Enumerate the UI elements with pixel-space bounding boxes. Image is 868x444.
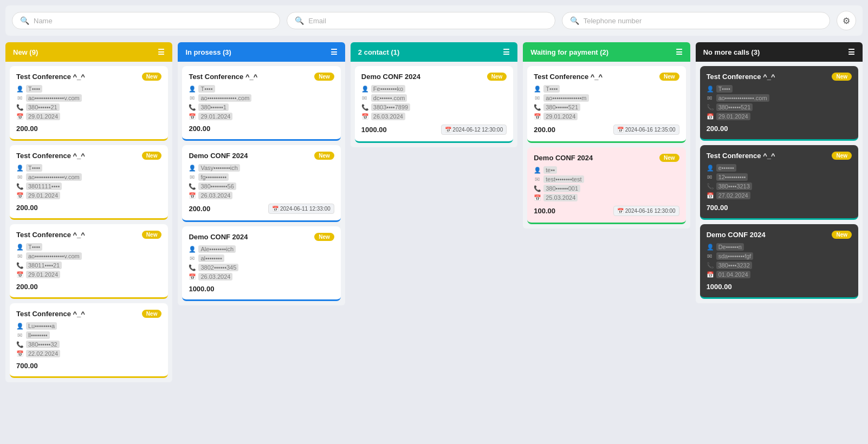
- card-nocalls-0[interactable]: Test Conference ^_^New👤T••••✉ao•••••••••…: [700, 66, 858, 141]
- column-title-new: New (9): [13, 48, 38, 56]
- date-row-value: 29.01.2024: [543, 113, 578, 120]
- person-row-value: T••••: [26, 85, 42, 93]
- person-row-icon: 👤: [189, 165, 195, 172]
- phone-row-value: 380••••••21: [26, 103, 60, 111]
- date-row-value: 22.02.2024: [26, 350, 60, 357]
- person-row-icon: 👤: [189, 246, 195, 253]
- card-info: 👤te••✉test••••••••test📞380••••••001📅25.0…: [534, 166, 679, 201]
- email-input[interactable]: [308, 17, 547, 25]
- phone-row-icon: 📞: [534, 104, 540, 111]
- column-header-contact: 2 contact (1)☰: [351, 42, 517, 62]
- card-new-1[interactable]: Test Conference ^_^New👤T••••✉ao•••••••••…: [10, 145, 168, 220]
- date-row-value: 01.04.2024: [716, 271, 750, 278]
- person-row-icon: 👤: [534, 86, 540, 93]
- date-row-icon: 📅: [534, 194, 540, 201]
- email-row-icon: ✉: [707, 95, 713, 102]
- person-row: 👤T••••: [16, 243, 161, 251]
- card-inprocess-1[interactable]: Demo CONF 2024New👤Vasy••••••••ich✉fg••••…: [182, 145, 340, 222]
- card-waiting-1[interactable]: Demo CONF 2024New👤te••✉test••••••••test📞…: [527, 147, 685, 224]
- card-info: 👤T••••✉ao••••••••••••••.com📞380••••••1📅2…: [189, 85, 334, 120]
- card-header: Test Conference ^_^New: [707, 152, 852, 160]
- date-row-value: 26.03.2024: [371, 113, 405, 120]
- email-row-value: ao••••••••••••••.com: [716, 94, 769, 102]
- card-amount: 200.00: [16, 125, 38, 133]
- date-row-icon: 📅: [16, 113, 23, 120]
- email-row-value: dc••••••.com: [371, 94, 407, 102]
- email-row-icon: ✉: [16, 253, 23, 260]
- phone-row: 📞380••••3232: [707, 262, 852, 269]
- card-title: Demo CONF 2024: [707, 231, 766, 239]
- column-title-inprocess: In prosess (3): [185, 48, 231, 56]
- card-info: 👤T••••✉ao••••••••••••••v.com📞38011••••21…: [16, 243, 161, 278]
- card-contact-0[interactable]: Demo CONF 2024New👤Fe••••••••ko✉dc••••••.…: [355, 66, 513, 143]
- card-nocalls-2[interactable]: Demo CONF 2024New👤De••••••n✉sda••••••••f…: [700, 224, 858, 299]
- card-new-0[interactable]: Test Conference ^_^New👤T••••✉ao•••••••••…: [10, 66, 168, 141]
- card-header: Test Conference ^_^New: [16, 152, 161, 160]
- email-row-icon: ✉: [16, 174, 23, 181]
- phone-row-icon: 📞: [16, 341, 23, 348]
- date-row-icon: 📅: [707, 192, 713, 199]
- card-inprocess-0[interactable]: Test Conference ^_^New👤T••••✉ao•••••••••…: [182, 66, 340, 141]
- person-row-value: Fe••••••••ko: [371, 85, 405, 93]
- phone-row: 📞3803••••7899: [361, 103, 507, 111]
- person-row-value: De••••••n: [716, 243, 744, 251]
- card-header: Test Conference ^_^New: [16, 231, 161, 239]
- phone-row-icon: 📞: [189, 183, 195, 190]
- phone-row: 📞380••••••••56: [189, 182, 334, 190]
- card-title: Demo CONF 2024: [189, 233, 248, 241]
- email-row: ✉dc••••••.com: [361, 94, 507, 102]
- email-row: ✉sda••••••••fgf: [707, 252, 852, 260]
- column-body-inprocess: Test Conference ^_^New👤T••••✉ao•••••••••…: [178, 62, 345, 305]
- phone-row-value: 380••••••1: [198, 103, 229, 111]
- column-menu-nocalls[interactable]: ☰: [848, 48, 855, 56]
- card-header: Demo CONF 2024New: [189, 152, 334, 160]
- card-date-badge: 📅 2024-06-11 12:33:00: [268, 204, 334, 214]
- column-body-new: Test Conference ^_^New👤T••••✉ao•••••••••…: [5, 62, 172, 382]
- person-row-value: e••••••: [716, 164, 736, 172]
- date-row-value: 29.01.2024: [716, 113, 750, 120]
- card-info: 👤Vasy••••••••ich✉fg••••••••••📞380•••••••…: [189, 164, 334, 199]
- column-menu-inprocess[interactable]: ☰: [331, 48, 338, 56]
- column-menu-contact[interactable]: ☰: [503, 48, 510, 56]
- email-row-icon: ✉: [189, 255, 195, 262]
- card-header: Demo CONF 2024New: [534, 154, 679, 162]
- email-row: ✉fg••••••••••: [189, 173, 334, 181]
- phone-row-value: 380••••3213: [716, 182, 752, 190]
- date-row: 📅01.04.2024: [707, 271, 852, 278]
- person-row: 👤De••••••n: [707, 243, 852, 251]
- card-new-2[interactable]: Test Conference ^_^New👤T••••✉ao•••••••••…: [10, 224, 168, 299]
- column-menu-waiting[interactable]: ☰: [676, 48, 683, 56]
- phone-search-box: 🔍: [562, 12, 830, 29]
- column-menu-new[interactable]: ☰: [158, 48, 165, 56]
- phone-input[interactable]: [584, 17, 822, 25]
- date-row: 📅27.02.2024: [707, 192, 852, 199]
- card-nocalls-1[interactable]: Test Conference ^_^New👤e••••••✉12•••••••…: [700, 145, 858, 220]
- email-row-value: ao••••••••••••••v.com: [26, 173, 82, 181]
- card-footer: 100.00📅 2024-06-16 12:30:00: [534, 206, 679, 216]
- email-row-value: 12••••••••••: [716, 173, 748, 181]
- status-badge: New: [659, 73, 679, 81]
- card-amount: 200.00: [16, 204, 38, 212]
- phone-row-value: 380••••••32: [26, 341, 60, 348]
- phone-row-value: 3802••••••345: [198, 264, 238, 271]
- date-row-icon: 📅: [189, 113, 195, 120]
- name-input[interactable]: [34, 17, 272, 25]
- card-info: 👤Fe••••••••ko✉dc••••••.com📞3803••••7899📅…: [361, 85, 507, 120]
- phone-row-value: 3803••••7899: [371, 103, 410, 111]
- person-row: 👤Lu••••••••a: [16, 322, 161, 330]
- date-row: 📅29.01.2024: [707, 113, 852, 120]
- person-row-value: te••: [543, 166, 557, 174]
- person-row-icon: 👤: [707, 165, 713, 172]
- email-row-value: ao••••••••••••••v.com: [26, 252, 82, 260]
- card-title: Demo CONF 2024: [189, 152, 248, 160]
- email-row: ✉ao••••••••••••••m: [534, 94, 679, 102]
- settings-button[interactable]: ⚙: [837, 11, 856, 30]
- phone-row: 📞3801111••••: [16, 182, 161, 190]
- date-row: 📅22.02.2024: [16, 350, 161, 357]
- card-new-3[interactable]: Test Conference ^_^New👤Lu••••••••a✉ll•••…: [10, 303, 168, 378]
- card-info: 👤T••••✉ao••••••••••••••v.com📞3801111••••…: [16, 164, 161, 199]
- card-waiting-0[interactable]: Test Conference ^_^New👤T••••✉ao•••••••••…: [527, 66, 685, 143]
- status-badge: New: [659, 154, 679, 162]
- date-row-icon: 📅: [534, 113, 540, 120]
- card-inprocess-2[interactable]: Demo CONF 2024New👤Ale••••••••ich✉al•••••…: [182, 226, 340, 301]
